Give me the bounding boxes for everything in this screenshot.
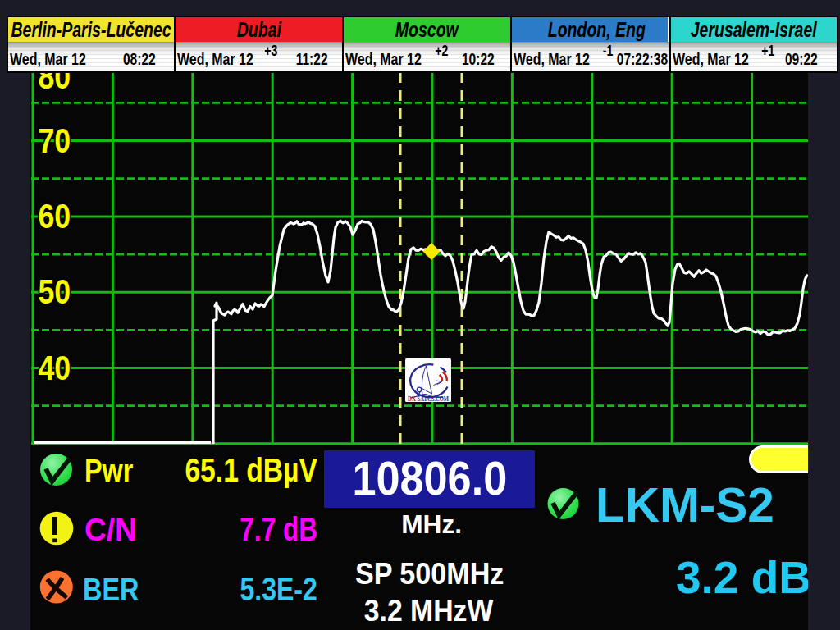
svg-text:SATCS.COM: SATCS.COM: [418, 395, 450, 403]
svg-text:DX: DX: [408, 395, 417, 403]
